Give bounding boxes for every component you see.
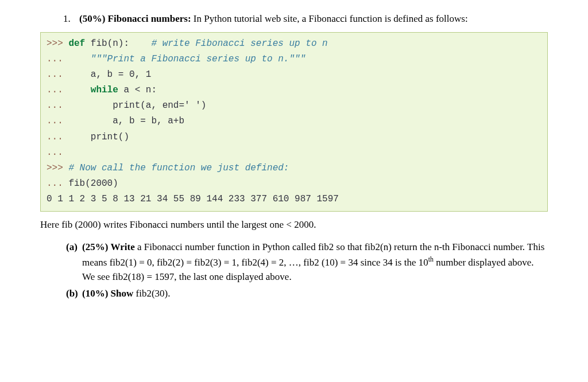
code-prompt: ... <box>47 85 91 95</box>
superscript-th: th <box>428 255 434 263</box>
question-number: 1. <box>63 11 74 26</box>
code-text: fib(2000) <box>68 178 118 189</box>
code-prompt: ... <box>47 100 113 111</box>
subpart-a-verb: Write <box>111 241 135 252</box>
subpart-b: (b) (10%) Show fib2(30). <box>66 286 548 301</box>
code-comment: # Now call the function we just defined: <box>68 163 289 173</box>
code-prompt: ... <box>47 54 91 64</box>
subpart-a-weight: (25%) <box>82 241 108 252</box>
code-output: 0 1 1 2 3 5 8 13 21 34 55 89 144 233 377… <box>47 194 339 204</box>
code-text: print(a, end=' ') <box>113 100 206 111</box>
code-prompt: ... <box>47 147 63 158</box>
code-block: >>> def fib(n): # write Fibonacci series… <box>40 32 548 212</box>
question-header: 1. (50%) Fibonacci numbers: In Python tu… <box>63 11 548 26</box>
post-code-text: Here fib (2000) writes Fibonacci numbers… <box>40 217 548 232</box>
code-prompt: ... <box>47 116 113 126</box>
code-text: fib(n): <box>85 38 151 49</box>
code-prompt: ... <box>47 178 68 189</box>
code-prompt: >>> <box>47 163 68 173</box>
subpart-b-body: (10%) Show fib2(30). <box>82 286 548 301</box>
subpart-b-text: fib2(30). <box>133 288 170 299</box>
code-prompt: ... <box>47 69 91 80</box>
code-prompt: ... <box>47 132 91 142</box>
subparts: (a) (25%) Write a Fibonacci number funct… <box>66 240 548 301</box>
subpart-b-weight: (10%) <box>82 288 108 299</box>
code-text: a < n: <box>118 85 157 95</box>
subpart-a-label: (a) <box>66 240 82 284</box>
code-text: print() <box>91 132 129 142</box>
code-docstring: """Print a Fibonacci series up to n.""" <box>91 54 305 64</box>
code-prompt: >>> <box>47 38 68 49</box>
subpart-b-label: (b) <box>66 286 82 301</box>
code-text: a, b = 0, 1 <box>91 69 152 80</box>
subpart-a: (a) (25%) Write a Fibonacci number funct… <box>66 240 548 284</box>
question-weight: (50%) <box>79 13 105 24</box>
subpart-a-body: (25%) Write a Fibonacci number function … <box>82 240 548 284</box>
code-text: a, b = b, a+b <box>113 116 184 126</box>
code-keyword-def: def <box>68 38 85 49</box>
question-intro: (50%) Fibonacci numbers: In Python tutor… <box>79 11 548 26</box>
subpart-b-verb: Show <box>111 288 134 299</box>
question-title: Fibonacci numbers: <box>108 13 191 24</box>
question-intro-text: In Python tutorial web site, a Fibonacci… <box>191 13 468 24</box>
code-comment: # write Fibonacci series up to n <box>151 38 327 49</box>
code-keyword-while: while <box>91 85 118 95</box>
